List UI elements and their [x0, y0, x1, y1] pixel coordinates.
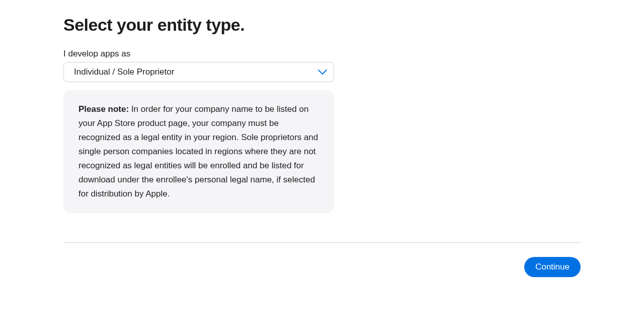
page-title: Select your entity type.	[63, 15, 581, 35]
entity-type-select[interactable]: Individual / Sole Proprietor	[63, 62, 334, 82]
entity-type-selected-value: Individual / Sole Proprietor	[74, 67, 174, 77]
note-card: Please note: In order for your company n…	[63, 90, 334, 213]
footer-actions: Continue	[63, 257, 581, 277]
page-container: Select your entity type. I develop apps …	[0, 0, 644, 277]
note-text: Please note: In order for your company n…	[78, 102, 319, 201]
entity-type-label: I develop apps as	[63, 49, 581, 59]
divider	[63, 242, 581, 243]
continue-button[interactable]: Continue	[524, 257, 581, 277]
note-prefix: Please note:	[78, 104, 129, 114]
entity-type-select-wrapper: Individual / Sole Proprietor	[63, 62, 334, 82]
note-body: In order for your company name to be lis…	[78, 104, 318, 199]
